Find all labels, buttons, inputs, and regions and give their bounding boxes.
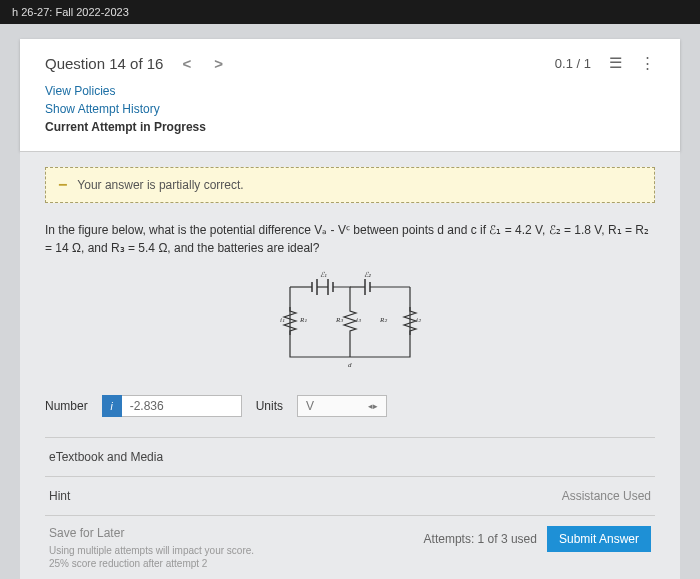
footer-right: Attempts: 1 of 3 used Submit Answer: [424, 526, 651, 552]
question-header: Question 14 of 16 < > 0.1 / 1 ☰ ⋮: [45, 54, 655, 82]
show-attempt-history-link[interactable]: Show Attempt History: [45, 100, 655, 118]
prev-question-button[interactable]: <: [178, 55, 195, 72]
svg-text:i₂: i₂: [416, 316, 421, 324]
header-right: 0.1 / 1 ☰ ⋮: [555, 54, 655, 72]
svg-text:R₂: R₂: [379, 316, 387, 324]
number-input[interactable]: [122, 395, 242, 417]
etextbook-section[interactable]: eTextbook and Media: [45, 437, 655, 476]
current-attempt-label: Current Attempt in Progress: [45, 118, 655, 146]
attempts-label: Attempts: 1 of 3 used: [424, 532, 537, 546]
hint-section[interactable]: Hint Assistance Used: [45, 476, 655, 515]
list-icon[interactable]: ☰: [609, 54, 622, 72]
footer-left: Save for Later Using multiple attempts w…: [49, 526, 254, 570]
etextbook-label: eTextbook and Media: [49, 450, 163, 464]
question-title: Question 14 of 16: [45, 55, 163, 72]
partial-icon: −: [58, 176, 67, 194]
answer-row: Number i Units V ◂▸: [45, 395, 655, 417]
question-content: − Your answer is partially correct. In t…: [20, 151, 680, 579]
circuit-diagram: ℰ₁ ℰ₂ i₁ R₁ R₃ i₃ R₂ i₂ d: [270, 267, 430, 377]
next-question-button[interactable]: >: [210, 55, 227, 72]
score-display: 0.1 / 1: [555, 56, 591, 71]
info-icon[interactable]: i: [102, 395, 122, 417]
feedback-banner: − Your answer is partially correct.: [45, 167, 655, 203]
submit-answer-button[interactable]: Submit Answer: [547, 526, 651, 552]
question-title-group: Question 14 of 16 < >: [45, 55, 227, 72]
assistance-used-label: Assistance Used: [562, 489, 651, 503]
more-icon[interactable]: ⋮: [640, 54, 655, 72]
units-label: Units: [256, 399, 283, 413]
question-card: Question 14 of 16 < > 0.1 / 1 ☰ ⋮ View P…: [20, 39, 680, 151]
chevron-updown-icon: ◂▸: [368, 401, 378, 411]
svg-text:ℰ₂: ℰ₂: [364, 271, 371, 279]
hint-label: Hint: [49, 489, 70, 503]
svg-text:i₁: i₁: [280, 316, 285, 324]
svg-text:i₃: i₃: [356, 316, 361, 324]
page-container: Question 14 of 16 < > 0.1 / 1 ☰ ⋮ View P…: [0, 24, 700, 579]
browser-tab: h 26-27: Fall 2022-2023: [0, 0, 700, 24]
svg-text:R₃: R₃: [335, 316, 343, 324]
question-prompt: In the figure below, what is the potenti…: [45, 221, 655, 257]
number-input-group: i: [102, 395, 242, 417]
number-label: Number: [45, 399, 88, 413]
view-policies-link[interactable]: View Policies: [45, 82, 655, 100]
svg-text:R₁: R₁: [299, 316, 307, 324]
attempt-note: Using multiple attempts will impact your…: [49, 544, 254, 570]
footer-row: Save for Later Using multiple attempts w…: [45, 515, 655, 574]
save-for-later-button[interactable]: Save for Later: [49, 526, 254, 540]
svg-text:ℰ₁: ℰ₁: [320, 271, 327, 279]
units-value: V: [306, 399, 314, 413]
units-select[interactable]: V ◂▸: [297, 395, 387, 417]
feedback-text: Your answer is partially correct.: [77, 178, 243, 192]
svg-text:d: d: [348, 361, 352, 369]
